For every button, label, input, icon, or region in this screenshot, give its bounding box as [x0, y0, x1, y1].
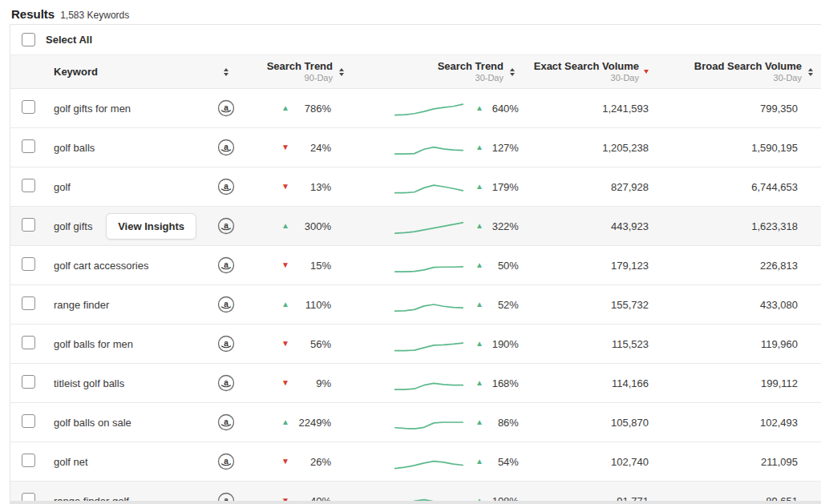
- trend90-arrow-icon: ▼: [281, 183, 293, 191]
- amazon-icon[interactable]: a: [217, 139, 235, 156]
- keyword-label: titleist golf balls: [54, 377, 124, 389]
- amazon-icon[interactable]: a: [217, 374, 235, 392]
- sparkline-chart: [394, 294, 464, 315]
- keyword-label: golf balls: [54, 142, 95, 154]
- trend30-arrow-icon: ▲: [475, 261, 483, 269]
- sparkline-chart: [394, 176, 464, 197]
- broad-volume-value: 1,623,318: [751, 220, 798, 232]
- row-checkbox[interactable]: [22, 336, 35, 349]
- column-header-trend90[interactable]: Search Trend 90-Day: [251, 55, 347, 88]
- table-row: golf balls a ▼ 24% ▲ 127% 1,205,238: [10, 128, 821, 167]
- results-header: Results 1,583 Keywords: [0, 0, 821, 21]
- sparkline-chart: [394, 412, 464, 433]
- results-count: 1,583 Keywords: [60, 10, 129, 21]
- trend90-value: 9%: [293, 377, 331, 389]
- broad-volume-value: 211,095: [761, 456, 798, 468]
- row-checkbox[interactable]: [22, 454, 35, 467]
- trend30-column-label: Search Trend: [438, 60, 504, 73]
- trend30-value: 86%: [483, 417, 519, 429]
- svg-text:a: a: [224, 339, 229, 348]
- amazon-icon[interactable]: a: [217, 256, 235, 274]
- trend30-arrow-icon: ▲: [475, 222, 483, 230]
- trend90-arrow-icon: ▲: [281, 104, 293, 112]
- row-checkbox[interactable]: [22, 296, 35, 310]
- sort-icon[interactable]: [222, 67, 230, 78]
- exact-volume-value: 179,123: [611, 260, 649, 272]
- trend90-value: 15%: [293, 260, 331, 272]
- table-row: golf gifts for men a ▲ 786% ▲ 640% 1,241…: [10, 89, 821, 128]
- table-row: range finder a ▲ 110% ▲ 52% 155,732: [10, 285, 821, 325]
- trend90-column-label: Search Trend: [267, 60, 333, 73]
- row-checkbox[interactable]: [22, 179, 35, 192]
- amazon-icon[interactable]: a: [217, 217, 235, 235]
- keyword-label: golf gifts: [54, 220, 92, 232]
- broad-volume-value: 6,744,653: [751, 181, 798, 193]
- trend90-value: 24%: [293, 142, 331, 154]
- row-checkbox[interactable]: [22, 375, 35, 389]
- amazon-icon[interactable]: a: [217, 296, 235, 313]
- view-insights-button[interactable]: View Insights: [106, 213, 196, 240]
- sparkline-chart: [394, 333, 464, 354]
- exact-volume-value: 102,740: [611, 456, 649, 468]
- row-checkbox[interactable]: [22, 218, 35, 232]
- sort-icon[interactable]: [807, 67, 815, 78]
- keyword-label: golf gifts for men: [54, 103, 131, 115]
- sparkline-chart: [394, 451, 464, 472]
- sort-icon[interactable]: [338, 67, 346, 78]
- trend30-arrow-icon: ▲: [475, 104, 483, 112]
- amazon-icon[interactable]: a: [217, 453, 235, 470]
- amazon-icon[interactable]: a: [217, 413, 235, 431]
- broad-volume-value: 799,350: [760, 103, 798, 115]
- svg-text:a: a: [224, 457, 229, 466]
- amazon-icon[interactable]: a: [217, 178, 235, 196]
- svg-text:a: a: [224, 300, 229, 308]
- header-checkbox-spacer: [10, 55, 42, 88]
- svg-text:a: a: [224, 378, 229, 387]
- select-all-checkbox[interactable]: [22, 33, 35, 46]
- trend90-arrow-icon: ▲: [281, 300, 293, 308]
- column-header-keyword[interactable]: Keyword: [42, 55, 201, 88]
- results-table-card: Select All Keyword Search Trend 90-Day S…: [10, 24, 821, 504]
- row-checkbox[interactable]: [22, 139, 35, 153]
- amazon-icon[interactable]: a: [217, 335, 235, 353]
- trend90-value: 2249%: [293, 417, 331, 429]
- sparkline-chart: [394, 137, 464, 158]
- column-header-broad-volume[interactable]: Broad Search Volume 30-Day: [676, 55, 821, 88]
- broad-volume-value: 1,590,195: [751, 142, 798, 154]
- trend30-column-sublabel: 30-Day: [475, 73, 504, 84]
- sort-descending-icon[interactable]: [644, 70, 649, 74]
- sparkline-chart: [394, 98, 464, 119]
- row-checkbox[interactable]: [22, 257, 35, 271]
- exact-volume-value: 115,523: [612, 338, 649, 350]
- table-row: golf gifts View Insights a ▲ 300% ▲ 322%…: [10, 207, 821, 246]
- amazon-icon[interactable]: a: [217, 99, 235, 117]
- exact-volume-value: 1,205,238: [602, 142, 649, 154]
- sort-icon[interactable]: [508, 67, 516, 78]
- trend30-arrow-icon: ▲: [475, 300, 483, 308]
- trend90-value: 786%: [293, 103, 331, 115]
- row-checkbox[interactable]: [22, 100, 35, 114]
- broad-volume-value: 102,493: [760, 417, 798, 429]
- broad-volume-column-label: Broad Search Volume: [694, 60, 802, 73]
- keyword-label: golf net: [54, 456, 88, 468]
- trend90-value: 300%: [293, 220, 331, 232]
- horizontal-scrollbar[interactable]: [10, 501, 821, 504]
- keyword-label: golf balls for men: [54, 338, 133, 350]
- broad-volume-value: 433,080: [760, 299, 798, 311]
- column-header-trend30[interactable]: Search Trend 30-Day: [347, 55, 528, 88]
- trend90-value: 56%: [293, 338, 331, 350]
- table-header-row: Keyword Search Trend 90-Day Search Trend…: [10, 55, 821, 89]
- svg-text:a: a: [224, 182, 229, 191]
- row-checkbox[interactable]: [22, 414, 35, 428]
- exact-volume-value: 114,166: [612, 377, 649, 389]
- table-row: golf a ▼ 13% ▲ 179% 827,928 6,744,65: [10, 167, 821, 207]
- column-header-exact-volume[interactable]: Exact Search Volume 30-Day: [528, 55, 676, 88]
- svg-text:a: a: [224, 143, 229, 151]
- trend30-arrow-icon: ▲: [475, 418, 483, 426]
- table-row: golf net a ▼ 26% ▲ 54% 102,740 211,0: [10, 442, 821, 482]
- keyword-sort[interactable]: [201, 55, 251, 88]
- select-all-label: Select All: [46, 34, 92, 46]
- trend90-column-sublabel: 90-Day: [305, 73, 333, 84]
- trend90-arrow-icon: ▼: [281, 458, 293, 466]
- exact-volume-value: 1,241,593: [602, 103, 649, 115]
